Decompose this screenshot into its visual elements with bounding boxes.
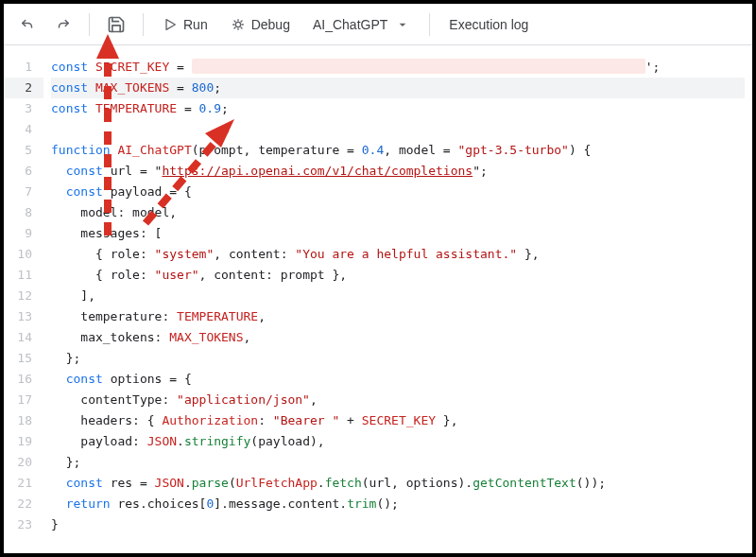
line-number: 7 xyxy=(4,182,43,202)
execution-log-button[interactable]: Execution log xyxy=(439,11,538,38)
line-number: 23 xyxy=(4,514,43,535)
code-line: const SECRET_KEY = '; xyxy=(51,57,745,78)
line-number: 21 xyxy=(4,473,43,494)
line-number: 19 xyxy=(4,431,43,452)
code-line: headers: { Authorization: "Bearer " + SE… xyxy=(51,410,745,431)
line-number: 10 xyxy=(4,244,43,265)
line-number: 16 xyxy=(4,369,43,390)
line-number: 12 xyxy=(4,286,43,306)
code-line: temperature: TEMPERATURE, xyxy=(51,306,745,327)
code-line: const TEMPERATURE = 0.9; xyxy=(51,98,745,119)
code-line: model: model, xyxy=(51,202,745,223)
code-line: { role: "system", content: "You are a he… xyxy=(51,244,745,265)
separator xyxy=(429,13,430,36)
separator xyxy=(89,13,90,36)
line-number: 17 xyxy=(4,390,43,410)
code-line: max_tokens: MAX_TOKENS, xyxy=(51,327,745,348)
line-number: 22 xyxy=(4,494,43,514)
line-number: 15 xyxy=(4,348,43,369)
run-label: Run xyxy=(183,17,208,32)
execution-log-label: Execution log xyxy=(449,17,528,32)
line-number: 14 xyxy=(4,327,43,348)
save-icon xyxy=(107,15,126,34)
debug-label: Debug xyxy=(251,17,290,32)
line-number: 3 xyxy=(4,98,43,119)
line-number: 6 xyxy=(4,161,43,182)
redo-icon xyxy=(55,16,72,33)
code-line: }; xyxy=(51,452,745,473)
line-number: 13 xyxy=(4,306,43,327)
line-number: 9 xyxy=(4,223,43,244)
code-line: contentType: "application/json", xyxy=(51,390,745,410)
line-number: 20 xyxy=(4,452,43,473)
separator xyxy=(143,13,144,36)
code-line: function AI_ChatGPT(prompt, temperature … xyxy=(51,140,745,161)
save-button[interactable] xyxy=(99,9,133,40)
code-line: }; xyxy=(51,348,745,369)
line-number: 5 xyxy=(4,140,43,161)
code-line: { role: "user", content: prompt }, xyxy=(51,265,745,286)
code-line: } xyxy=(51,514,745,535)
line-number: 11 xyxy=(4,265,43,286)
debug-icon xyxy=(231,17,246,32)
code-area[interactable]: const SECRET_KEY = ';const MAX_TOKENS = … xyxy=(43,45,752,553)
code-line: const MAX_TOKENS = 800; xyxy=(51,78,745,98)
line-number: 2 xyxy=(4,78,43,98)
code-line: const payload = { xyxy=(51,182,745,202)
redacted-secret xyxy=(192,59,645,74)
run-button[interactable]: Run xyxy=(153,11,217,38)
line-number: 1 xyxy=(4,57,43,78)
line-number: 4 xyxy=(4,119,43,140)
line-number: 8 xyxy=(4,202,43,223)
chevron-down-icon xyxy=(395,17,410,32)
redo-button[interactable] xyxy=(47,10,79,39)
code-line xyxy=(51,119,745,140)
undo-icon xyxy=(19,16,36,33)
code-line: return res.choices[0].message.content.tr… xyxy=(51,494,745,514)
code-line: payload: JSON.stringify(payload), xyxy=(51,431,745,452)
undo-button[interactable] xyxy=(11,10,43,39)
function-select-label: AI_ChatGPT xyxy=(313,17,387,32)
play-icon xyxy=(163,17,178,32)
code-line: const url = "https://api.openai.com/v1/c… xyxy=(51,161,745,182)
toolbar: Run Debug AI_ChatGPT Execution log xyxy=(4,4,752,45)
function-select[interactable]: AI_ChatGPT xyxy=(303,11,420,38)
code-line: const res = JSON.parse(UrlFetchApp.fetch… xyxy=(51,473,745,494)
svg-point-1 xyxy=(235,22,240,26)
line-gutter: 1234567891011121314151617181920212223 xyxy=(4,45,43,553)
code-line: const options = { xyxy=(51,369,745,390)
code-line: ], xyxy=(51,286,745,306)
code-line: messages: [ xyxy=(51,223,745,244)
line-number: 18 xyxy=(4,410,43,431)
debug-button[interactable]: Debug xyxy=(221,11,300,38)
svg-marker-0 xyxy=(166,19,175,29)
code-editor[interactable]: 1234567891011121314151617181920212223 co… xyxy=(4,45,752,553)
